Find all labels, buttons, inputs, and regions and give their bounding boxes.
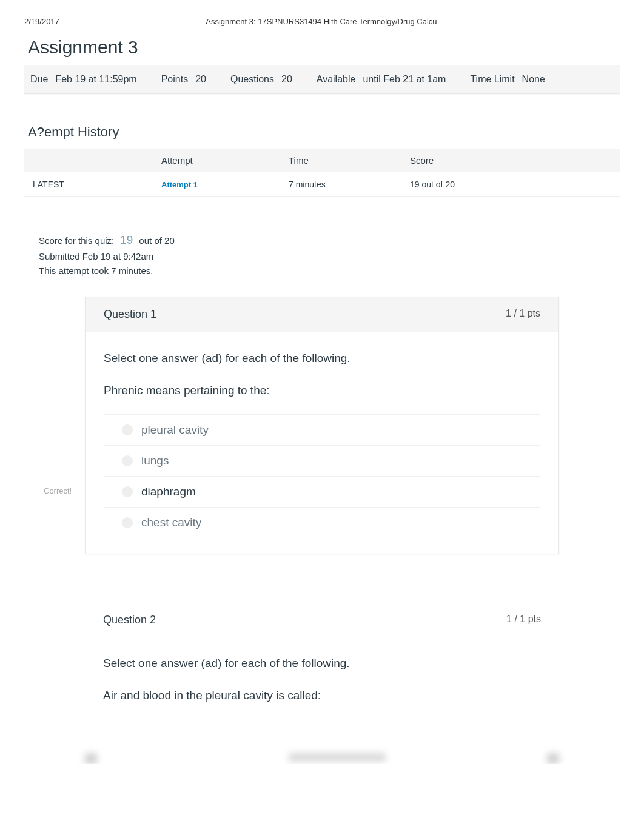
timelimit-value: None xyxy=(522,74,545,85)
row-score: 19 out of 20 xyxy=(406,172,620,197)
answer-label: diaphragm xyxy=(141,485,196,498)
header-date: 2/19/2017 xyxy=(24,17,59,26)
table-header-row: Attempt Time Score xyxy=(24,149,620,172)
question-prompt: Select one answer (ad) for each of the f… xyxy=(103,654,541,672)
answer-row: lungs xyxy=(104,445,540,476)
page-header: 2/19/2017 Assignment 3: 17SPNURS31494 Hl… xyxy=(0,0,644,32)
answer-label: chest cavity xyxy=(141,516,201,529)
answer-row: chest cavity xyxy=(104,507,540,538)
score-summary: Score for this quiz: 19 out of 20 Submit… xyxy=(0,197,644,278)
timelimit-item: Time Limit None xyxy=(470,74,545,85)
attempt-link[interactable]: Attempt 1 xyxy=(161,180,198,189)
question-text: Phrenic means pertaining to the: xyxy=(104,381,540,400)
assignment-info-bar: Due Feb 19 at 11:59pm Points 20 Question… xyxy=(24,65,620,94)
points-item: Points 20 xyxy=(161,74,206,85)
answer-row-correct: Correct! diaphragm xyxy=(104,476,540,507)
points-value: 20 xyxy=(195,74,206,85)
row-time: 7 minutes xyxy=(285,172,406,197)
radio-icon xyxy=(122,424,133,435)
question-number: Question 1 xyxy=(104,308,156,321)
question-pts: 1 / 1 pts xyxy=(506,614,541,626)
question-text: Air and blood in the pleural cavity is c… xyxy=(103,686,541,705)
blur-shape xyxy=(85,753,97,764)
score-label: Score for this quiz: xyxy=(39,233,114,248)
due-item: Due Feb 19 at 11:59pm xyxy=(30,74,137,85)
radio-icon xyxy=(122,455,133,466)
attempt-history-table: Attempt Time Score LATEST Attempt 1 7 mi… xyxy=(24,149,620,197)
row-status: LATEST xyxy=(24,172,158,197)
answer-row: pleural cavity xyxy=(104,414,540,445)
row-attempt: Attempt 1 xyxy=(158,172,285,197)
answer-label: lungs xyxy=(141,454,169,468)
question-header: Question 1 1 / 1 pts xyxy=(86,297,558,332)
col-score-header: Score xyxy=(406,149,620,172)
blurred-preview-region xyxy=(85,753,559,764)
due-label: Due xyxy=(30,74,48,85)
timelimit-label: Time Limit xyxy=(470,74,514,85)
score-line: Score for this quiz: 19 out of 20 xyxy=(39,231,605,249)
submitted-line: Submitted Feb 19 at 9:42am xyxy=(39,249,605,264)
questions-item: Questions 20 xyxy=(230,74,292,85)
available-label: Available xyxy=(317,74,356,85)
answer-label: pleural cavity xyxy=(141,423,209,437)
blur-shape xyxy=(547,753,559,764)
score-suffix: out of 20 xyxy=(139,233,174,248)
question-prompt: Select one answer (ad) for each of the f… xyxy=(104,349,540,367)
col-status xyxy=(24,149,158,172)
question-block-2: Question 2 1 / 1 pts Select one answer (… xyxy=(85,603,559,735)
points-label: Points xyxy=(161,74,188,85)
assignment-title: Assignment 3 xyxy=(0,32,644,65)
attempt-history-title: A?empt History xyxy=(0,94,644,149)
header-course-title: Assignment 3: 17SPNURS31494 Hlth Care Te… xyxy=(59,17,583,26)
question-block-1: Question 1 1 / 1 pts Select one answer (… xyxy=(85,297,559,554)
questions-value: 20 xyxy=(281,74,292,85)
question-number: Question 2 xyxy=(103,614,156,626)
col-time: Time xyxy=(285,149,406,172)
col-attempt: Attempt xyxy=(158,149,285,172)
table-row: LATEST Attempt 1 7 minutes 19 out of 20 xyxy=(24,172,620,197)
score-value: 19 xyxy=(120,231,133,249)
question-pts: 1 / 1 pts xyxy=(506,308,540,321)
available-value: until Feb 21 at 1am xyxy=(363,74,446,85)
question-body: Select one answer (ad) for each of the f… xyxy=(85,637,559,735)
question-body: Select one answer (ad) for each of the f… xyxy=(86,332,558,554)
due-value: Feb 19 at 11:59pm xyxy=(55,74,136,85)
radio-icon xyxy=(122,486,133,497)
duration-line: This attempt took 7 minutes. xyxy=(39,264,605,278)
questions-label: Questions xyxy=(230,74,274,85)
blur-shape xyxy=(289,753,386,762)
question-header: Question 2 1 / 1 pts xyxy=(85,603,559,637)
available-item: Available until Feb 21 at 1am xyxy=(317,74,446,85)
correct-tag: Correct! xyxy=(44,486,72,495)
radio-icon xyxy=(122,517,133,528)
